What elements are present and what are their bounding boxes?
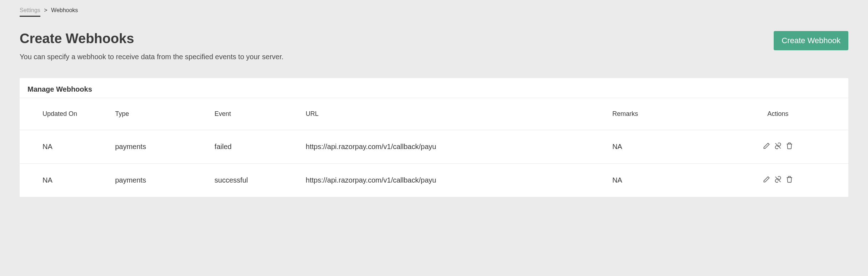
unlink-icon[interactable] (774, 142, 782, 149)
header-remarks: Remarks (608, 98, 707, 130)
table-row: NA payments successful https://api.razor… (20, 164, 848, 197)
page-title: Create Webhooks (20, 31, 284, 46)
breadcrumb: Settings > Webhooks (20, 7, 848, 17)
header-actions: Actions (708, 98, 848, 130)
webhooks-card: Manage Webhooks Updated On Type Event UR… (20, 78, 848, 197)
cell-actions (708, 130, 848, 164)
cell-url: https://api.razorpay.com/v1/callback/pay… (301, 130, 608, 164)
header-updated-on: Updated On (20, 98, 111, 130)
delete-icon[interactable] (786, 142, 793, 149)
cell-actions (708, 164, 848, 197)
table-header-row: Updated On Type Event URL Remarks Action… (20, 98, 848, 130)
cell-remarks: NA (608, 164, 707, 197)
delete-icon[interactable] (786, 176, 793, 183)
breadcrumb-current: Webhooks (51, 7, 78, 13)
cell-type: payments (111, 130, 210, 164)
cell-remarks: NA (608, 130, 707, 164)
page-subtitle: You can specify a webhook to receive dat… (20, 53, 284, 61)
cell-updated-on: NA (20, 130, 111, 164)
breadcrumb-settings-link[interactable]: Settings (20, 7, 40, 17)
header-url: URL (301, 98, 608, 130)
unlink-icon[interactable] (774, 176, 782, 183)
cell-url: https://api.razorpay.com/v1/callback/pay… (301, 164, 608, 197)
edit-icon[interactable] (763, 142, 770, 149)
table-row: NA payments failed https://api.razorpay.… (20, 130, 848, 164)
edit-icon[interactable] (763, 176, 770, 183)
cell-event: successful (210, 164, 301, 197)
header-event: Event (210, 98, 301, 130)
cell-type: payments (111, 164, 210, 197)
create-webhook-button[interactable]: Create Webhook (774, 31, 848, 50)
cell-event: failed (210, 130, 301, 164)
card-title: Manage Webhooks (20, 78, 848, 98)
cell-updated-on: NA (20, 164, 111, 197)
webhooks-table: Updated On Type Event URL Remarks Action… (20, 98, 848, 197)
header-type: Type (111, 98, 210, 130)
breadcrumb-separator: > (44, 7, 47, 13)
